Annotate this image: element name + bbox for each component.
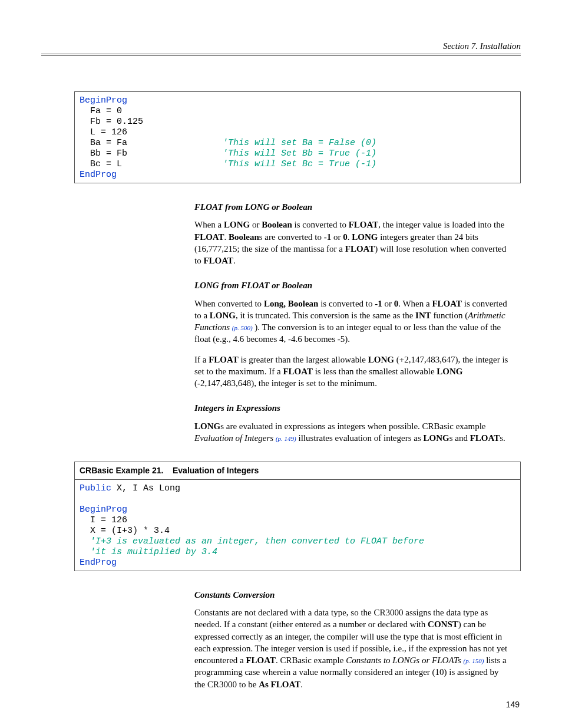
code-text: X, I As Long	[111, 483, 180, 493]
code-comment: 'I+3 is evaluated as an integer, then co…	[90, 536, 424, 546]
code-keyword: EndProg	[80, 170, 117, 180]
subheading: Constants Conversion	[194, 589, 509, 601]
page-number: 149	[506, 700, 520, 709]
code-line: Fa = 0	[90, 106, 122, 116]
text-column: Constants Conversion Constants are not d…	[194, 589, 509, 690]
paragraph: When converted to Long, Boolean is conve…	[194, 298, 509, 345]
page-ref-link[interactable]: (p. 149)	[276, 435, 296, 442]
subheading: Integers in Expressions	[194, 402, 509, 414]
code-line: Bb = Fb	[90, 149, 127, 159]
code-comment: 'it is multiplied by 3.4	[90, 547, 217, 557]
code-keyword: EndProg	[80, 558, 117, 568]
page-ref-link[interactable]: (p. 500)	[232, 324, 253, 331]
page-header: Section 7. Installation	[41, 41, 521, 54]
code-line: X = (I+3) * 3.4	[90, 526, 170, 536]
code-keyword: BeginProg	[80, 505, 127, 515]
code-example-title: CRBasic Example 21. Evaluation of Intege…	[75, 462, 520, 480]
paragraph: When a LONG or Boolean is converted to F…	[194, 219, 509, 266]
paragraph: LONGs are evaluated in expressions as in…	[194, 420, 509, 444]
code-comment: 'This will set Ba = False (0)	[223, 138, 376, 148]
paragraph: If a FLOAT is greater than the largest a…	[194, 354, 509, 390]
header-rule	[41, 55, 521, 56]
code-comment: 'This will Set Bb = True (-1)	[223, 149, 376, 159]
code-line: Fb = 0.125	[90, 117, 143, 127]
subheading: LONG from FLOAT or Boolean	[194, 279, 509, 291]
code-keyword: Public	[80, 483, 111, 493]
code-line: L = 126	[90, 127, 127, 137]
code-keyword: BeginProg	[80, 95, 127, 106]
text-column: FLOAT from LONG or Boolean When a LONG o…	[194, 201, 509, 444]
page-ref-link[interactable]: (p. 150)	[464, 657, 484, 664]
subheading: FLOAT from LONG or Boolean	[194, 201, 509, 213]
code-comment: 'This will Set Bc = True (-1)	[223, 159, 376, 169]
paragraph: Constants are not declared with a data t…	[194, 607, 509, 690]
code-line: Ba = Fa	[90, 138, 127, 148]
code-line: Bc = L	[90, 159, 122, 169]
code-block-beginprog: BeginProg Fa = 0 Fb = 0.125 L = 126 Ba =…	[74, 91, 521, 183]
code-block-example21: CRBasic Example 21. Evaluation of Intege…	[74, 462, 521, 571]
code-line: I = 126	[90, 515, 127, 525]
